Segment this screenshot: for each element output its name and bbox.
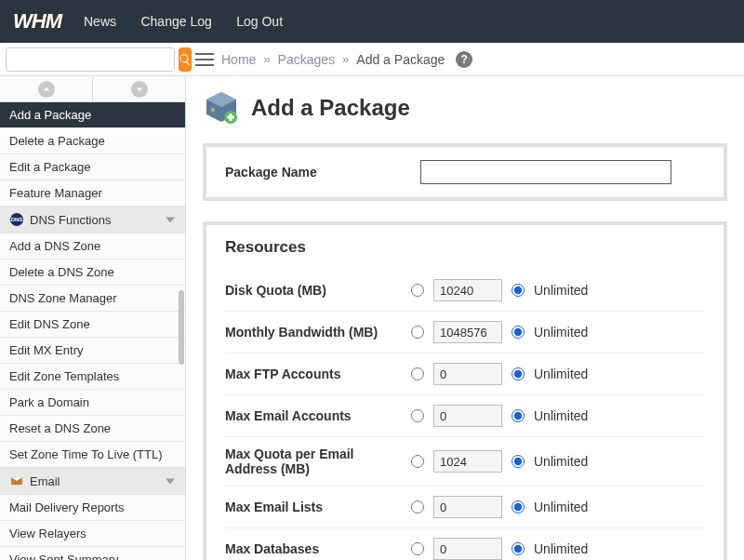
sidebar-item-delete-dns-zone[interactable]: Delete a DNS Zone (0, 260, 185, 286)
resource-radio-value[interactable] (411, 409, 424, 422)
unlimited-label: Unlimited (534, 367, 588, 381)
resource-label: Max Email Accounts (225, 408, 411, 423)
main-content: Add a Package Package Name Resources Dis… (186, 76, 744, 560)
sidebar-item-edit-zone-templates[interactable]: Edit Zone Templates (0, 364, 185, 390)
sidebar-header-dns[interactable]: DNS DNS Functions (0, 207, 185, 233)
resource-value-input[interactable] (433, 405, 502, 427)
top-nav: News Change Log Log Out (84, 13, 303, 30)
resource-row: Max Email ListsUnlimited (225, 487, 705, 528)
sidebar-item-label: Reset a DNS Zone (9, 421, 111, 435)
sidebar-item-label: Add a DNS Zone (9, 239, 100, 253)
resource-radio-unlimited[interactable] (512, 326, 525, 339)
resource-radio-unlimited[interactable] (512, 500, 525, 513)
sidebar-item-feature-manager[interactable]: Feature Manager (0, 180, 185, 207)
resource-value-input[interactable] (433, 538, 502, 560)
resource-radio-value[interactable] (411, 455, 424, 468)
email-icon (9, 473, 24, 488)
chevron-up-icon (43, 86, 50, 93)
resource-radio-unlimited[interactable] (512, 367, 525, 380)
sidebar-item-add-dns-zone[interactable]: Add a DNS Zone (0, 233, 185, 260)
sidebar-collapse-row (0, 76, 185, 102)
resource-value-input[interactable] (433, 450, 502, 473)
resource-row: Max Quota per Email Address (MB)Unlimite… (225, 437, 705, 487)
nav-changelog[interactable]: Change Log (140, 14, 211, 29)
breadcrumb-packages[interactable]: Packages (278, 52, 335, 67)
help-icon[interactable]: ? (456, 51, 472, 68)
sidebar-item-set-zone-ttl[interactable]: Set Zone Time To Live (TTL) (0, 442, 185, 468)
resource-controls: Unlimited (411, 279, 588, 301)
sidebar-item-dns-zone-manager[interactable]: DNS Zone Manager (0, 286, 185, 312)
resource-row: Monthly Bandwidth (MB)Unlimited (225, 312, 705, 353)
sidebar-item-delete-package[interactable]: Delete a Package (0, 128, 185, 154)
chevron-down-icon (165, 214, 176, 225)
menu-toggle-icon[interactable] (195, 53, 214, 66)
sidebar-item-label: View Relayers (9, 527, 86, 540)
resource-radio-unlimited[interactable] (512, 409, 525, 422)
nav-logout[interactable]: Log Out (236, 14, 283, 29)
breadcrumb-sep: » (263, 52, 270, 66)
sidebar-item-edit-dns-zone[interactable]: Edit DNS Zone (0, 312, 185, 338)
resource-radio-value[interactable] (411, 326, 424, 339)
sidebar-item-label: Edit DNS Zone (9, 317, 90, 331)
sidebar: Add a Package Delete a Package Edit a Pa… (0, 76, 186, 560)
collapse-up-button[interactable] (0, 76, 93, 101)
sidebar-item-label: Add a Package (9, 108, 91, 122)
whm-logo: WHM (13, 9, 61, 33)
resource-radio-unlimited[interactable] (512, 455, 525, 468)
package-icon (203, 89, 240, 127)
resource-row: Max Email AccountsUnlimited (225, 395, 705, 437)
resource-radio-unlimited[interactable] (512, 542, 525, 555)
breadcrumb-sep: » (342, 52, 349, 66)
scrollbar-thumb[interactable] (179, 290, 184, 365)
sidebar-item-label: Edit MX Entry (9, 343, 83, 357)
nav-news[interactable]: News (84, 14, 116, 29)
sidebar-item-mail-delivery-reports[interactable]: Mail Delivery Reports (0, 495, 185, 521)
resource-radio-unlimited[interactable] (512, 284, 525, 297)
resource-radio-value[interactable] (411, 284, 424, 297)
resource-value-input[interactable] (433, 363, 502, 385)
resource-controls: Unlimited (411, 496, 588, 518)
package-name-label: Package Name (225, 165, 392, 180)
top-bar: WHM News Change Log Log Out (0, 0, 744, 43)
page-title: Add a Package (251, 95, 410, 121)
resource-value-input[interactable] (433, 279, 502, 301)
resource-label: Max Quota per Email Address (MB) (225, 447, 411, 476)
collapse-down-button[interactable] (93, 76, 185, 101)
sidebar-item-label: Delete a DNS Zone (9, 265, 114, 279)
sidebar-header-label: Email (30, 474, 60, 488)
sidebar-item-label: Edit Zone Templates (9, 369, 119, 383)
search-input[interactable] (6, 47, 175, 72)
resource-radio-value[interactable] (411, 367, 424, 380)
sidebar-item-label: Feature Manager (9, 186, 102, 200)
resource-row: Disk Quota (MB)Unlimited (225, 270, 705, 312)
svg-point-3 (211, 108, 215, 112)
sidebar-header-label: DNS Functions (30, 213, 111, 227)
sidebar-item-label: DNS Zone Manager (9, 291, 117, 305)
resource-value-input[interactable] (433, 496, 502, 518)
dns-icon: DNS (9, 212, 24, 227)
breadcrumb-home[interactable]: Home (221, 52, 256, 67)
sidebar-item-edit-mx-entry[interactable]: Edit MX Entry (0, 338, 185, 364)
resource-row: Max FTP AccountsUnlimited (225, 353, 705, 395)
sidebar-item-label: View Sent Summary (9, 553, 119, 560)
svg-rect-6 (227, 116, 234, 119)
sub-bar: Home » Packages » Add a Package ? (0, 43, 744, 76)
sidebar-item-label: Edit a Package (9, 160, 90, 174)
chevron-down-icon (136, 86, 143, 93)
sidebar-item-view-relayers[interactable]: View Relayers (0, 521, 185, 547)
sidebar-item-edit-package[interactable]: Edit a Package (0, 154, 185, 180)
package-name-input[interactable] (420, 160, 671, 184)
sidebar-item-label: Set Zone Time To Live (TTL) (9, 447, 163, 461)
sidebar-header-email[interactable]: Email (0, 468, 185, 495)
resource-controls: Unlimited (411, 450, 588, 473)
resource-value-input[interactable] (433, 321, 502, 343)
sidebar-item-reset-dns-zone[interactable]: Reset a DNS Zone (0, 416, 185, 442)
sidebar-item-add-package[interactable]: Add a Package (0, 102, 185, 128)
resource-controls: Unlimited (411, 321, 588, 343)
resource-controls: Unlimited (411, 363, 588, 385)
resource-radio-value[interactable] (411, 500, 424, 513)
resource-radio-value[interactable] (411, 542, 424, 555)
sidebar-item-park-domain[interactable]: Park a Domain (0, 390, 185, 416)
sidebar-item-view-sent-summary[interactable]: View Sent Summary (0, 547, 185, 560)
breadcrumb-current: Add a Package (356, 52, 445, 67)
